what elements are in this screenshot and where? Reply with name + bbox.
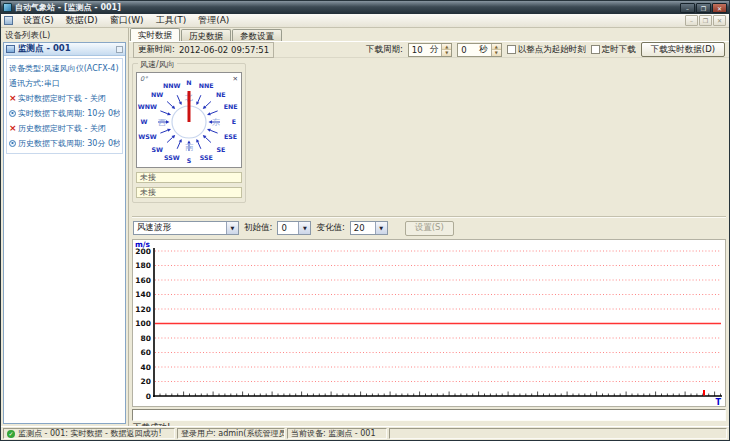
svg-text:✕: ✕ bbox=[233, 75, 238, 83]
wind-group-title: 风速/风向 bbox=[138, 59, 177, 70]
timed-download-checkbox[interactable] bbox=[591, 45, 600, 54]
waveform-select[interactable]: 风速波形 ▼ bbox=[133, 221, 239, 235]
align-hour-checkbox-group: 以整点为起始时刻 bbox=[507, 44, 586, 56]
seconds-spinner: ▲ ▼ bbox=[491, 44, 501, 56]
seconds-value[interactable]: 0 bbox=[458, 45, 476, 55]
pin-icon[interactable] bbox=[116, 46, 123, 53]
svg-text:NNE: NNE bbox=[199, 82, 214, 89]
svg-text:120: 120 bbox=[135, 305, 151, 314]
minimize-icon[interactable]: – bbox=[680, 3, 695, 13]
settings-button[interactable]: 设置(S) bbox=[405, 221, 454, 236]
chart-canvas: 020406080100120140160180200m/sT bbox=[132, 239, 726, 407]
mdi-restore-icon[interactable]: ❐ bbox=[699, 15, 712, 26]
svg-text:40: 40 bbox=[141, 363, 151, 372]
history-timer-line: × 历史数据定时下载 - 关闭 bbox=[9, 123, 120, 134]
minutes-value[interactable]: 10 bbox=[409, 45, 427, 55]
update-time-label: 更新时间: bbox=[138, 44, 175, 56]
svg-text:160: 160 bbox=[135, 276, 151, 285]
svg-text:0: 0 bbox=[146, 392, 151, 401]
initial-value-select[interactable]: 0 ▼ bbox=[277, 221, 311, 235]
waveform-select-value: 风速波形 bbox=[134, 222, 226, 234]
history-period-text: 历史数据下载周期: 30分 0秒 bbox=[18, 138, 120, 149]
app-window: 自动气象站 - [监测点 - 001] – ❐ ✕ 设置(S) 数据(D) 窗口… bbox=[0, 0, 730, 441]
wind-direction-field: 未接 bbox=[136, 187, 242, 198]
svg-text:SSW: SSW bbox=[164, 154, 180, 161]
svg-text:N: N bbox=[186, 79, 191, 86]
initial-value-label: 初始值: bbox=[244, 222, 272, 234]
device-info: 设备类型:风速风向仪(ACFX-4) 通讯方式:串口 × 实时数据定时下载 - … bbox=[6, 58, 123, 154]
maximize-icon[interactable]: ❐ bbox=[696, 3, 711, 13]
align-hour-checkbox[interactable] bbox=[507, 45, 516, 54]
mdi-minimize-icon[interactable]: – bbox=[685, 15, 698, 26]
svg-text:SE: SE bbox=[216, 146, 225, 153]
menu-item-manage[interactable]: 管理(A) bbox=[192, 13, 235, 28]
chart-controls: 风速波形 ▼ 初始值: 0 ▼ 变化值: 20 ▼ 设置(S) bbox=[132, 218, 726, 238]
status-bar: ✓ 监测点 - 001: 实时数据 - 数据返回成功! 登录用户: admin(… bbox=[1, 426, 729, 440]
realtime-timer-line: × 实时数据定时下载 - 关闭 bbox=[9, 93, 120, 104]
log-box bbox=[132, 409, 726, 421]
download-realtime-button[interactable]: 下载实时数据(D) bbox=[641, 42, 725, 57]
svg-text:180: 180 bbox=[135, 261, 151, 270]
download-controls: 下载周期: 10 分 ▲ ▼ 0 秒 ▲ ▼ bbox=[366, 42, 725, 57]
align-hour-label: 以整点为起始时刻 bbox=[518, 44, 586, 56]
minutes-spinner: ▲ ▼ bbox=[441, 44, 451, 56]
success-check-icon: ✓ bbox=[7, 430, 15, 438]
mdi-close-icon[interactable]: ✕ bbox=[713, 15, 726, 26]
wind-speed-field: 未接 bbox=[136, 172, 242, 183]
spin-down-icon[interactable]: ▼ bbox=[492, 50, 501, 56]
tab-parameter-settings[interactable]: 参数设置 bbox=[232, 29, 282, 41]
mdi-window-controls: – ❐ ✕ bbox=[685, 15, 726, 26]
svg-text:WNW: WNW bbox=[138, 103, 157, 110]
svg-text:E: E bbox=[232, 118, 236, 125]
svg-text:NW: NW bbox=[151, 91, 163, 98]
minutes-stepper[interactable]: 10 分 ▲ ▼ bbox=[408, 43, 453, 57]
seconds-unit: 秒 bbox=[476, 44, 491, 56]
mdi-child-icon[interactable] bbox=[4, 16, 13, 25]
statusbar-filler bbox=[389, 428, 727, 439]
device-panel: 监测点 - 001 设备类型:风速风向仪(ACFX-4) 通讯方式:串口 × 实… bbox=[3, 42, 126, 424]
realtime-period-text: 实时数据下载周期: 10分 0秒 bbox=[18, 108, 120, 119]
device-panel-header[interactable]: 监测点 - 001 bbox=[4, 43, 125, 56]
seconds-stepper[interactable]: 0 秒 ▲ ▼ bbox=[457, 43, 502, 57]
menu-item-data[interactable]: 数据(D) bbox=[60, 13, 104, 28]
menu-item-window[interactable]: 窗口(W) bbox=[104, 13, 150, 28]
tab-history-data[interactable]: 历史数据 bbox=[181, 29, 231, 41]
clock-icon bbox=[9, 110, 16, 117]
device-type-text: 设备类型:风速风向仪(ACFX-4) bbox=[9, 63, 119, 74]
initial-value: 0 bbox=[278, 223, 298, 233]
tab-realtime-data[interactable]: 实时数据 bbox=[130, 28, 180, 41]
window-controls: – ❐ ✕ bbox=[680, 3, 727, 13]
sidebar: 设备列表(L) 监测点 - 001 设备类型:风速风向仪(ACFX-4) 通讯方… bbox=[1, 28, 129, 426]
close-icon[interactable]: ✕ bbox=[712, 3, 727, 13]
disabled-icon: × bbox=[9, 95, 16, 102]
svg-text:100: 100 bbox=[135, 319, 151, 328]
device-panel-title: 监测点 - 001 bbox=[18, 43, 71, 55]
app-icon bbox=[3, 3, 12, 12]
main-area: 实时数据 历史数据 参数设置 更新时间: 2012-06-02 09:57:51… bbox=[129, 28, 729, 426]
menu-item-settings[interactable]: 设置(S) bbox=[17, 13, 60, 28]
app-body: 设备列表(L) 监测点 - 001 设备类型:风速风向仪(ACFX-4) 通讯方… bbox=[1, 28, 729, 426]
chevron-down-icon[interactable]: ▼ bbox=[375, 222, 387, 234]
realtime-content: 风速/风向 NNNENEENEEESESESSESSSWSWWSWWWNWNWN… bbox=[129, 58, 729, 426]
spin-down-icon[interactable]: ▼ bbox=[442, 50, 451, 56]
wind-speed-chart: 020406080100120140160180200m/sT bbox=[132, 239, 726, 407]
update-time-value: 2012-06-02 09:57:51 bbox=[179, 45, 269, 55]
svg-text:NE: NE bbox=[216, 91, 226, 98]
realtime-timer-text: 实时数据定时下载 - 关闭 bbox=[18, 93, 106, 104]
timed-download-label: 定时下载 bbox=[602, 44, 636, 56]
clock-icon bbox=[9, 140, 16, 147]
chevron-down-icon[interactable]: ▼ bbox=[298, 222, 310, 234]
svg-text:20: 20 bbox=[141, 377, 151, 386]
device-type-line: 设备类型:风速风向仪(ACFX-4) bbox=[9, 63, 120, 74]
svg-text:SSE: SSE bbox=[200, 154, 213, 161]
svg-text:WSW: WSW bbox=[138, 133, 156, 140]
realtime-period-line: 实时数据下载周期: 10分 0秒 bbox=[9, 108, 120, 119]
change-value-select[interactable]: 20 ▼ bbox=[350, 221, 388, 235]
svg-text:0°: 0° bbox=[140, 75, 148, 83]
menu-item-tools[interactable]: 工具(T) bbox=[150, 13, 193, 28]
svg-text:T: T bbox=[716, 398, 722, 407]
svg-text:m/s: m/s bbox=[135, 240, 151, 249]
chevron-down-icon[interactable]: ▼ bbox=[226, 222, 238, 234]
comm-mode-text: 通讯方式:串口 bbox=[9, 78, 60, 89]
window-title: 自动气象站 - [监测点 - 001] bbox=[15, 2, 677, 13]
